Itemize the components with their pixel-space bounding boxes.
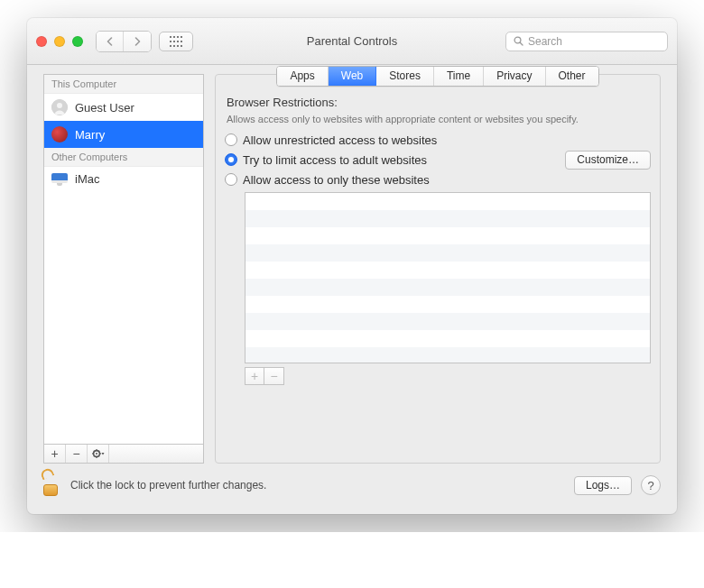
svg-rect-4 (170, 41, 171, 42)
sidebar-options-button[interactable] (88, 445, 109, 463)
settings-panel: Apps Web Stores Time Privacy Other Brows… (215, 74, 661, 464)
radio-icon (225, 133, 237, 146)
sidebar: This Computer Guest User Marry Other Com… (43, 74, 204, 464)
avatar-icon (51, 99, 68, 115)
radio-label: Try to limit access to adult websites (243, 153, 427, 167)
svg-rect-10 (177, 45, 179, 47)
preferences-window: Parental Controls Search This Computer G… (27, 18, 677, 514)
remove-website-button: − (264, 367, 284, 385)
logs-button[interactable]: Logs… (574, 476, 632, 495)
imac-icon (51, 173, 68, 186)
titlebar: Parental Controls Search (27, 18, 677, 65)
radio-label: Allow unrestricted access to websites (243, 133, 437, 147)
user-list: This Computer Guest User Marry Other Com… (43, 74, 204, 444)
lock-icon[interactable] (43, 474, 61, 496)
close-window-button[interactable] (36, 36, 47, 47)
tab-stores[interactable]: Stores (376, 67, 434, 86)
radio-only-these[interactable]: Allow access to only these websites (225, 173, 651, 187)
window-controls (36, 36, 83, 47)
sidebar-item-guest-user[interactable]: Guest User (44, 94, 203, 121)
show-all-button[interactable] (159, 32, 193, 51)
search-placeholder: Search (528, 35, 562, 48)
section-description: Allows access only to websites with appr… (227, 113, 651, 126)
search-icon (514, 36, 523, 46)
svg-line-24 (93, 455, 94, 456)
sidebar-actions: + − (43, 444, 204, 464)
radio-icon (225, 173, 237, 186)
sidebar-item-label: Guest User (75, 101, 134, 115)
sidebar-item-label: iMac (75, 172, 99, 186)
footer: Click the lock to prevent further change… (27, 464, 677, 514)
svg-rect-7 (181, 41, 182, 42)
gear-icon (92, 448, 105, 459)
svg-point-15 (57, 103, 62, 108)
svg-rect-2 (177, 36, 179, 38)
svg-rect-11 (181, 45, 182, 47)
back-button[interactable] (97, 32, 124, 51)
svg-line-25 (98, 451, 99, 452)
svg-rect-9 (173, 45, 175, 47)
svg-rect-8 (170, 45, 171, 47)
nav-back-forward (96, 31, 152, 52)
radio-limit-adult[interactable]: Try to limit access to adult websites Cu… (225, 151, 651, 170)
sidebar-group-this-computer: This Computer (44, 75, 203, 94)
svg-rect-6 (177, 41, 179, 42)
svg-line-22 (93, 451, 94, 452)
radio-icon (225, 153, 237, 166)
add-user-button[interactable]: + (44, 445, 66, 463)
remove-user-button[interactable]: − (66, 445, 88, 463)
customize-button[interactable]: Customize… (565, 151, 651, 170)
tab-other[interactable]: Other (546, 67, 598, 86)
svg-line-13 (520, 42, 523, 45)
radio-unrestricted[interactable]: Allow unrestricted access to websites (225, 133, 651, 147)
zoom-window-button[interactable] (72, 36, 83, 47)
tab-time[interactable]: Time (434, 67, 484, 86)
sidebar-group-other-computers: Other Computers (44, 148, 203, 167)
radio-label: Allow access to only these websites (243, 173, 430, 187)
svg-rect-0 (170, 36, 171, 38)
minimize-window-button[interactable] (54, 36, 65, 47)
lock-hint-text: Click the lock to prevent further change… (70, 479, 266, 492)
section-title: Browser Restrictions: (227, 96, 651, 109)
svg-line-23 (98, 455, 99, 456)
sidebar-item-label: Marry (75, 128, 105, 142)
allowed-websites-list[interactable] (245, 192, 651, 363)
tab-privacy[interactable]: Privacy (484, 67, 545, 86)
avatar-icon (51, 126, 68, 142)
sidebar-item-imac[interactable]: iMac (44, 167, 203, 191)
tab-web[interactable]: Web (329, 67, 376, 86)
grid-icon (170, 36, 182, 47)
chevron-left-icon (106, 37, 114, 46)
help-button[interactable]: ? (641, 475, 661, 495)
search-input[interactable]: Search (505, 32, 668, 51)
forward-button[interactable] (124, 32, 151, 51)
add-website-button: + (245, 367, 264, 385)
svg-rect-3 (181, 36, 182, 38)
svg-rect-1 (173, 36, 175, 38)
tab-apps[interactable]: Apps (277, 67, 328, 86)
svg-point-17 (96, 453, 97, 455)
sidebar-item-marry[interactable]: Marry (44, 121, 203, 148)
list-actions: + − (245, 367, 651, 385)
chevron-right-icon (134, 37, 142, 46)
svg-rect-5 (173, 41, 175, 42)
tab-bar: Apps Web Stores Time Privacy Other (276, 66, 598, 87)
